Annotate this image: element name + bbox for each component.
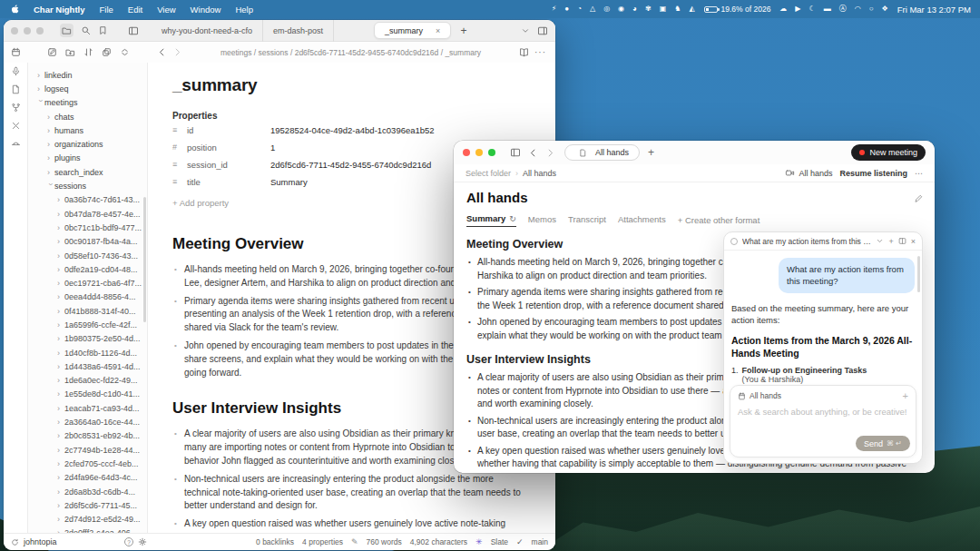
tree-item[interactable]: › 0f41b888-314f-40... — [28, 304, 147, 318]
tree-item[interactable]: › 0a36b74c-7d61-43... — [28, 193, 147, 207]
menubar-status-icon[interactable]: ◠ — [855, 5, 861, 13]
new-tab-button[interactable]: + — [460, 25, 466, 37]
menubar-status-icon[interactable]: ◭ — [689, 5, 694, 13]
hat-icon[interactable] — [11, 139, 21, 149]
sync-status-label[interactable]: Slate — [491, 537, 508, 546]
menubar-status-icon[interactable]: ▶ — [795, 5, 800, 13]
tree-item[interactable]: › 0b47da78-e457-4e... — [28, 207, 147, 221]
send-button[interactable]: Send ⌘ ↵ — [856, 436, 910, 451]
current-crumb[interactable]: All hands — [523, 169, 556, 178]
menubar-status-icon[interactable]: ❖ — [882, 5, 888, 13]
close-window-button[interactable] — [463, 149, 470, 156]
editor-tab[interactable]: em-dash-post — [263, 20, 334, 42]
chevron-down-icon[interactable] — [876, 237, 884, 245]
tree-item[interactable]: › organizations — [28, 137, 147, 151]
tree-item[interactable]: › 2d6f5cd6-7711-45... — [28, 498, 147, 512]
forward-icon[interactable] — [545, 148, 555, 158]
git-fork-icon[interactable] — [11, 103, 21, 113]
close-icon[interactable]: × — [436, 26, 440, 35]
zoom-window-button[interactable] — [488, 149, 495, 156]
close-icon[interactable]: × — [911, 237, 916, 246]
tree-item[interactable]: › plugins — [28, 152, 147, 165]
edit-note-icon[interactable] — [914, 193, 924, 203]
tree-item[interactable]: › sessions — [28, 179, 147, 192]
menubar-status-icon[interactable]: ◔ — [577, 5, 582, 13]
tree-item[interactable]: › 1de6a0ec-fd22-49... — [28, 374, 147, 388]
help-icon[interactable]: ? — [124, 537, 133, 546]
new-folder-icon[interactable] — [65, 47, 75, 57]
calendar-icon[interactable] — [11, 47, 21, 57]
tree-item[interactable]: › humans — [28, 123, 147, 137]
meeting-note-title[interactable]: All hands — [466, 190, 911, 205]
note-tab-pill[interactable]: All hands — [564, 144, 640, 161]
menu-item[interactable]: Edit — [128, 5, 142, 15]
resume-listening-button[interactable]: Resume listening — [839, 169, 907, 178]
apple-menu[interactable] — [9, 4, 21, 15]
chat-title[interactable]: What are my action items from this meet.… — [742, 237, 871, 246]
tree-item[interactable]: › 2d74d912-e5d2-49... — [28, 513, 147, 526]
editor-tab[interactable]: why-you-dont-need-a-cfo — [152, 20, 263, 42]
tree-item[interactable]: › 0d58ef10-7436-43... — [28, 249, 147, 262]
create-format-button[interactable]: + Create other format — [678, 215, 760, 225]
tree-item[interactable]: › meetings — [28, 96, 147, 110]
menubar-status-icon[interactable]: Ⓐ — [839, 5, 847, 13]
sync-plugin-icon[interactable]: ✳ — [475, 537, 483, 546]
left-sidebar-toggle-icon[interactable] — [128, 25, 139, 36]
tree-item[interactable]: › 2de0fff2-c4ea-406... — [28, 526, 147, 533]
search-icon[interactable] — [81, 25, 91, 35]
tree-item[interactable]: › 1d4438a6-4591-4d... — [28, 359, 147, 373]
context-pill[interactable]: All hands — [738, 391, 781, 400]
menubar-clock[interactable]: Fri Mar 13 2:07 PM — [897, 5, 971, 15]
git-branch-label[interactable]: main — [532, 537, 548, 546]
breadcrumb[interactable]: meetings / sessions / 2d6f5cd6-7711-45d2… — [188, 48, 514, 57]
sidebar-toggle-icon[interactable] — [510, 147, 521, 158]
menubar-status-icon[interactable]: ◎ — [603, 5, 610, 13]
tree-item[interactable]: › 1a6599f6-ccfe-42f... — [28, 318, 147, 331]
new-chat-icon[interactable]: + — [888, 237, 893, 246]
sort-icon[interactable] — [83, 47, 93, 57]
editor-tab[interactable]: _summary × — [374, 22, 451, 39]
menubar-status-icon[interactable]: ☁ — [779, 5, 787, 13]
reading-view-icon[interactable] — [519, 47, 529, 57]
tree-item[interactable]: › 1b980375-2e50-4d... — [28, 332, 147, 346]
minimize-window-button[interactable] — [475, 149, 483, 156]
microphone-icon[interactable] — [11, 66, 21, 76]
tree-item[interactable]: › 2b0c8531-eb92-4b... — [28, 429, 147, 443]
tree-item[interactable]: › 0ec19721-cba6-4f7... — [28, 276, 147, 290]
close-x-icon[interactable] — [11, 121, 21, 131]
chat-scrollbar[interactable] — [917, 256, 920, 292]
properties-count[interactable]: 4 properties — [302, 537, 343, 546]
new-meeting-button[interactable]: New meeting — [851, 144, 926, 161]
menu-item[interactable]: Window — [191, 5, 221, 15]
menu-item[interactable]: Help — [235, 5, 253, 15]
menubar-status-icon[interactable]: ◉ — [618, 5, 624, 13]
tree-item[interactable]: › 2c77494b-1e28-44... — [28, 443, 147, 457]
menubar-status-icon[interactable]: ♞ — [674, 5, 681, 13]
chat-input-box[interactable]: All hands + Ask & search about anything,… — [730, 385, 916, 458]
more-options-icon[interactable]: ⋯ — [915, 169, 923, 178]
menubar-status-icon[interactable]: ▣ — [660, 5, 667, 13]
add-context-icon[interactable]: + — [903, 390, 908, 401]
tree-item[interactable]: › 0dfe2a19-cd04-48... — [28, 262, 147, 276]
window-controls-inactive[interactable] — [11, 27, 44, 34]
new-tab-button[interactable]: + — [648, 146, 654, 159]
character-count[interactable]: 4,902 characters — [410, 537, 467, 546]
menubar-status-icon[interactable]: ✾ — [645, 5, 652, 13]
tree-item[interactable]: › 2d4fa96e-64d3-4c... — [28, 471, 147, 485]
collapse-all-icon[interactable] — [120, 47, 130, 57]
property-row[interactable]: ≡ id 19528524-04ce-49d2-a4bd-1c0396ea1b5… — [172, 122, 528, 138]
menubar-status-icon[interactable]: ▬ — [824, 5, 831, 13]
tree-item[interactable]: › 0eea4dd4-8856-4... — [28, 290, 147, 304]
tree-item[interactable]: › 1e55de8d-c1d0-41... — [28, 388, 147, 401]
tree-item[interactable]: › linkedin — [28, 68, 147, 82]
note-title[interactable]: _summary — [172, 75, 528, 95]
right-sidebar-toggle-icon[interactable] — [537, 25, 548, 36]
tree-item[interactable]: › 2a3664a0-16ce-44... — [28, 415, 147, 428]
menubar-status-icon[interactable]: ⚡ — [552, 5, 557, 13]
more-options-icon[interactable]: ··· — [534, 47, 546, 57]
battery-indicator[interactable]: 19.6% of 2026 — [704, 5, 771, 14]
active-app-name[interactable]: Char Nightly — [34, 5, 84, 15]
vault-switcher[interactable]: johntopia ? — [11, 537, 147, 546]
menubar-status-icon[interactable]: ○ — [869, 5, 874, 13]
tree-item[interactable]: › chats — [28, 110, 147, 123]
